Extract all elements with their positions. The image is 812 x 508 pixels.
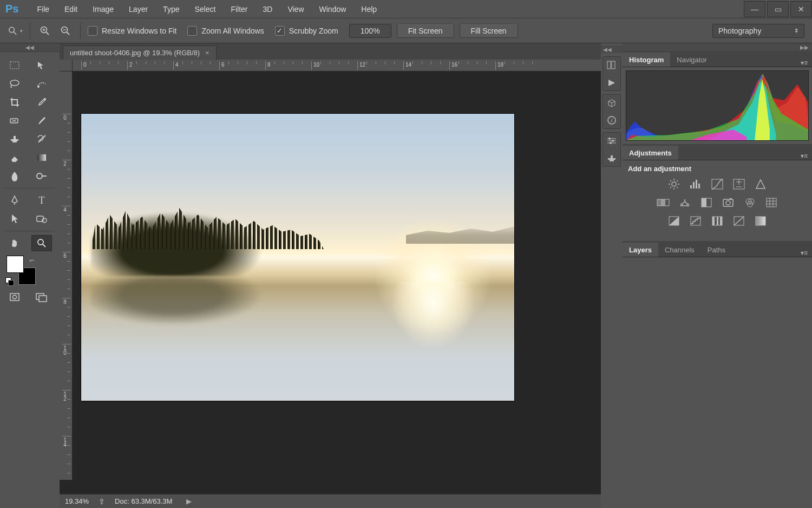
gradient-tool[interactable] (31, 149, 52, 166)
quickmask-tool[interactable] (4, 289, 25, 305)
dock-collapse-button[interactable]: ◀◀ (601, 45, 623, 53)
screenmode-tool[interactable] (31, 289, 52, 305)
vibrance-icon[interactable] (754, 178, 768, 190)
paths-tab[interactable]: Paths (701, 243, 732, 257)
tools-collapse-button[interactable]: ◀◀ (0, 43, 60, 52)
eraser-tool[interactable] (4, 149, 25, 166)
color-balance-icon[interactable] (678, 197, 692, 209)
dodge-tool[interactable] (31, 168, 52, 184)
window-maximize-button[interactable]: ▭ (767, 1, 789, 17)
photo-filter-icon[interactable] (721, 197, 735, 209)
menu-image[interactable]: Image (85, 0, 121, 18)
history-brush-tool[interactable] (31, 131, 52, 147)
zoom-tool[interactable] (31, 235, 52, 251)
zoom-percentage-button[interactable]: 100% (349, 24, 391, 38)
fill-screen-button[interactable]: Fill Screen (460, 24, 518, 38)
navigator-tab[interactable]: Navigator (670, 53, 713, 67)
eyedropper-tool[interactable] (31, 94, 52, 110)
status-menu-icon[interactable]: ▶ (186, 497, 192, 505)
menu-3d[interactable]: 3D (256, 0, 280, 18)
swap-colors-icon[interactable]: ⤺ (29, 257, 35, 264)
status-doc-size[interactable]: Doc: 63.3M/63.3M (115, 497, 172, 505)
levels-icon[interactable] (689, 178, 703, 190)
adjustments-tab[interactable]: Adjustments (623, 146, 678, 160)
channels-tab[interactable]: Channels (658, 243, 701, 257)
histogram-panel-menu-icon[interactable]: ▾≡ (796, 59, 812, 67)
status-zoom[interactable]: 19.34% (65, 497, 89, 505)
scrubby-zoom-checkbox[interactable]: ✓Scrubby Zoom (275, 26, 338, 36)
document-tab[interactable]: untitled shoot-0406.jpg @ 19.3% (RGB/8) … (63, 45, 217, 60)
gradient-map-icon[interactable] (732, 215, 746, 227)
foreground-color-swatch[interactable] (6, 256, 24, 273)
marquee-tool[interactable] (4, 57, 25, 74)
hue-sat-icon[interactable] (656, 197, 670, 209)
share-icon[interactable]: ⇪ (99, 497, 105, 506)
panels-collapse-button[interactable]: ▶▶ (623, 43, 812, 51)
type-tool[interactable]: T (31, 192, 52, 209)
menu-edit[interactable]: Edit (57, 0, 85, 18)
shape-tool[interactable] (31, 211, 52, 227)
brightness-contrast-icon[interactable] (667, 178, 681, 190)
panels-column: ▶▶ Histogram Navigator ▾≡ Adjustments ▾≡… (623, 43, 812, 508)
lasso-tool[interactable] (4, 76, 25, 92)
crop-tool[interactable] (4, 94, 25, 110)
dock-history-icon[interactable] (605, 59, 619, 71)
tools-panel: ◀◀ T (0, 43, 60, 508)
menu-view[interactable]: View (280, 0, 311, 18)
threshold-icon[interactable] (710, 215, 724, 227)
pen-tool[interactable] (4, 192, 25, 209)
fit-screen-button[interactable]: Fit Screen (397, 24, 454, 38)
black-white-icon[interactable] (699, 197, 713, 209)
brush-tool[interactable] (31, 113, 52, 129)
window-minimize-button[interactable]: — (744, 1, 765, 17)
menu-filter[interactable]: Filter (223, 0, 255, 18)
histogram-tab[interactable]: Histogram (623, 53, 670, 67)
clone-stamp-tool[interactable] (4, 131, 25, 147)
dock-properties-icon[interactable] (605, 135, 619, 147)
document-area: untitled shoot-0406.jpg @ 19.3% (RGB/8) … (60, 43, 601, 508)
dock-3d-icon[interactable] (605, 97, 619, 109)
invert-icon[interactable] (667, 215, 681, 227)
layers-panel[interactable] (623, 257, 812, 508)
menu-window[interactable]: Window (312, 0, 354, 18)
zoom-in-button[interactable] (37, 24, 53, 38)
channel-mixer-icon[interactable] (743, 197, 757, 209)
quick-select-tool[interactable] (31, 76, 52, 92)
posterize-icon[interactable] (689, 215, 703, 227)
zoom-all-checkbox[interactable]: Zoom All Windows (187, 26, 264, 36)
blur-tool[interactable] (4, 168, 25, 184)
workspace-selector[interactable]: Photography⇕ (712, 24, 804, 38)
layers-tab[interactable]: Layers (623, 243, 658, 257)
svg-rect-49 (698, 184, 700, 188)
menu-layer[interactable]: Layer (121, 0, 155, 18)
svg-rect-28 (612, 61, 615, 69)
color-swatches[interactable]: ⤺ (4, 255, 55, 289)
dock-clone-source-icon[interactable] (605, 152, 619, 164)
resize-windows-checkbox[interactable]: Resize Windows to Fit (88, 26, 176, 36)
menu-select[interactable]: Select (187, 0, 223, 18)
dock-actions-icon[interactable] (605, 76, 619, 88)
vertical-ruler[interactable]: 02468101214 (60, 71, 73, 480)
default-colors-icon[interactable] (5, 277, 13, 285)
move-tool[interactable] (31, 57, 52, 74)
selective-color-icon[interactable] (754, 215, 768, 227)
tool-preset-picker[interactable]: ▾ (8, 24, 23, 38)
horizontal-ruler[interactable]: 024681012141618 (73, 60, 601, 71)
adjustments-panel-menu-icon[interactable]: ▾≡ (796, 152, 812, 160)
layers-panel-menu-icon[interactable]: ▾≡ (796, 249, 812, 257)
color-lookup-icon[interactable] (764, 197, 778, 209)
exposure-icon[interactable] (732, 178, 746, 190)
window-close-button[interactable]: ✕ (790, 1, 812, 17)
canvas[interactable] (81, 114, 514, 401)
menu-help[interactable]: Help (353, 0, 384, 18)
menu-type[interactable]: Type (155, 0, 187, 18)
curves-icon[interactable] (710, 178, 724, 190)
hand-tool[interactable] (4, 235, 25, 251)
menu-file[interactable]: File (29, 0, 57, 18)
path-select-tool[interactable] (4, 211, 25, 227)
zoom-all-label: Zoom All Windows (201, 27, 264, 35)
close-tab-icon[interactable]: × (205, 49, 209, 57)
dock-info-icon[interactable]: i (605, 114, 619, 126)
zoom-out-button[interactable] (58, 24, 73, 38)
spot-heal-tool[interactable] (4, 113, 25, 129)
